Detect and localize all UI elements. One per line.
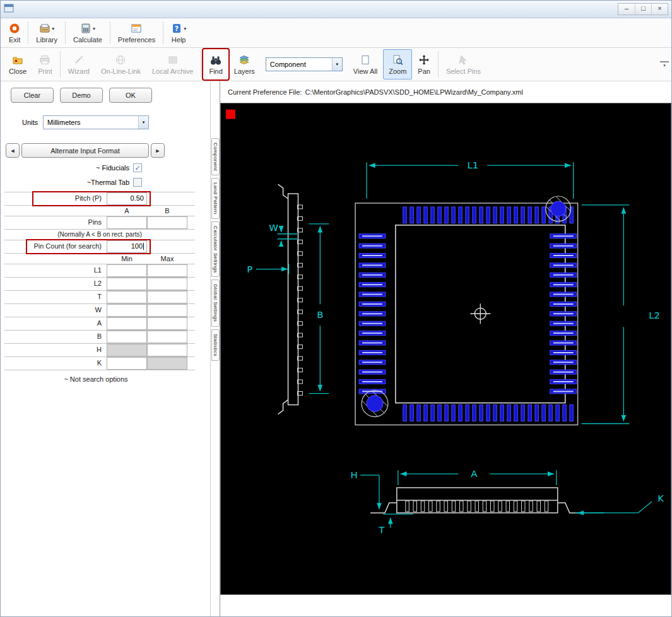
b-min-input[interactable] [107,331,147,343]
pin-count-row: Pin Count (for search) 100 [4,240,195,254]
alt-input-next-button[interactable]: ► [151,143,165,158]
right-column: Current Preference File: C:\MentorGraphi… [220,81,671,616]
minimize-button[interactable]: – [618,4,635,15]
a-min-input[interactable] [107,317,147,330]
tab-global-settings[interactable]: Global Settings [211,279,220,326]
pins-a-input[interactable] [107,216,147,229]
wizard-label: Wizard [68,68,90,76]
dim-row-l2: L2 [4,278,195,291]
online-link-button[interactable]: On-Line-Link [95,49,146,79]
zoom-button[interactable]: Zoom [383,49,412,79]
l1-max-input[interactable] [147,264,187,277]
select-pins-icon [457,54,469,67]
dim-row-b: B [4,331,195,344]
a-max-input[interactable] [147,317,187,330]
zoom-icon [392,54,403,67]
library-dropdown-icon[interactable]: ▾ [52,26,54,32]
left-pad-column [359,234,386,394]
k-max-input[interactable] [147,357,187,370]
wizard-button[interactable]: Wizard [62,49,95,79]
title-bar[interactable]: – □ × [1,1,671,18]
ab-note-row: (Normally A < B on rect. parts) [4,230,195,240]
find-button[interactable]: Find [203,49,228,79]
tab-statistics[interactable]: Statistics [211,329,220,361]
fiducials-checkbox[interactable]: ✓ [133,163,142,172]
maximize-button[interactable]: □ [635,4,651,15]
ok-button[interactable]: OK [109,88,152,103]
exit-button[interactable]: Exit [3,20,26,46]
local-archive-button[interactable]: Local Archive [146,49,199,79]
help-dropdown-icon[interactable]: ▾ [184,26,186,32]
dim-row-l1: L1 [4,264,195,278]
bottom-pad-row [403,405,574,421]
view-tabstrip: Component Land Pattern Calculator Settin… [210,81,220,616]
units-select[interactable]: Millimeters ▾ [43,115,149,129]
select-pins-button[interactable]: Select Pins [440,49,486,79]
preference-file-path: C:\MentorGraphics\PADSVX\SDD_HOME\LPWiza… [305,88,523,96]
h-min-input[interactable] [107,344,147,356]
toolbar-options-button[interactable]: ▾ [660,61,669,68]
l1-min-input[interactable] [107,264,147,277]
preferences-button[interactable]: Preferences [112,20,161,46]
main-toolbar: Exit ▾ Library ▾ Calculate Preferences [1,18,671,48]
pan-button[interactable]: Pan [412,49,436,79]
tab-component[interactable]: Component [211,138,220,175]
toolbar-separator [28,21,28,44]
panel-button-row: Clear Demo OK [11,88,210,103]
tab-calculator-settings[interactable]: Calculator Settings [211,221,220,278]
pins-b-input[interactable] [147,216,187,229]
component-view-select[interactable]: Component ▾ [266,57,343,71]
l2-max-input[interactable] [147,278,187,290]
layers-label: Layers [234,68,255,76]
dim-label-p: P [247,264,252,275]
fiducials-row: ~ Fiducials ✓ [1,163,142,172]
ab-note: (Normally A < B on rect. parts) [4,230,195,240]
b-max-input[interactable] [147,331,187,343]
w-min-input[interactable] [107,304,147,317]
close-window-button[interactable]: × [651,4,668,15]
alt-input-prev-button[interactable]: ◄ [6,143,20,158]
help-button[interactable]: ? ▾ Help [165,20,192,46]
calculate-dropdown-icon[interactable]: ▾ [93,26,95,32]
alt-input-format-button[interactable]: Alternate Input Format [21,143,149,158]
pin-count-input[interactable]: 100 [107,240,147,253]
toolbar-separator [163,21,163,44]
cad-canvas[interactable]: L1 L2 B W P A H K T [220,103,671,595]
dim-label-w: W [269,222,278,233]
calculate-button[interactable]: ▾ Calculate [68,20,108,46]
k-min-input[interactable] [107,357,147,370]
tab-land-pattern[interactable]: Land Pattern [211,178,220,219]
online-link-icon [115,54,126,67]
svg-text:?: ? [175,25,179,33]
t-min-input[interactable] [107,291,147,303]
pitch-input[interactable]: 0.50 [107,192,147,205]
window-controls: – □ × [618,3,668,15]
print-button[interactable]: Print [32,49,58,79]
l2-min-input[interactable] [107,278,147,290]
local-archive-label: Local Archive [152,68,193,76]
clear-button[interactable]: Clear [11,88,54,103]
h-max-input[interactable] [147,344,187,356]
units-dropdown-icon[interactable]: ▾ [138,116,148,129]
zoom-label: Zoom [389,68,406,76]
close-button[interactable]: Close [3,49,32,79]
thermal-tab-label: ~Thermal Tab [87,179,129,186]
w-max-input[interactable] [147,304,187,317]
select-pins-label: Select Pins [446,68,481,76]
toolbar-separator [438,51,439,78]
library-button[interactable]: ▾ Library [30,20,63,46]
view-all-button[interactable]: View All [348,49,383,79]
layers-button[interactable]: Layers [228,49,261,79]
demo-button[interactable]: Demo [60,88,103,103]
side-view-outline [278,184,298,414]
t-max-input[interactable] [147,291,187,303]
print-icon [39,54,50,67]
right-pad-column [550,234,577,394]
combo-dropdown-icon[interactable]: ▾ [332,58,342,71]
thermal-tab-checkbox[interactable] [133,178,142,187]
pins-label: Pins [4,216,107,229]
dim-label-h: H [350,469,357,481]
pitch-label: Pitch (P) [4,192,107,205]
column-min-header: Min [107,254,147,264]
toolbar-overflow-icon: ▾ [663,63,666,68]
